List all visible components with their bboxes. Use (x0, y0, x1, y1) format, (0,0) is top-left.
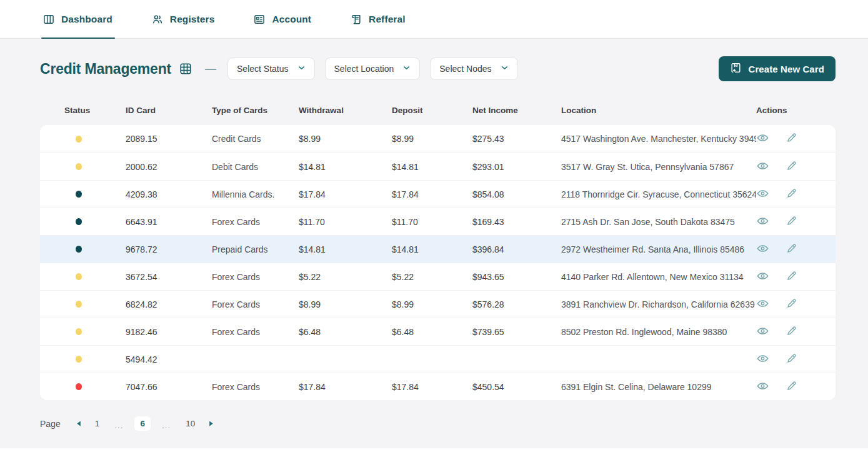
pagination-label: Page (40, 419, 61, 429)
edit-button[interactable] (786, 380, 797, 394)
type-of-cards-cell: Forex Cards (212, 217, 299, 227)
table-body: 2089.15 Credit Cards $8.99 $8.99 $275.43… (40, 125, 836, 400)
withdrawal-cell: $14.81 (299, 162, 392, 172)
next-page-arrow[interactable] (207, 420, 214, 427)
create-new-card-button[interactable]: Create New Card (719, 56, 836, 81)
table-row: 2089.15 Credit Cards $8.99 $8.99 $275.43… (40, 125, 836, 153)
pencil-icon (786, 298, 797, 311)
table-row: 7047.66 Forex Cards $17.84 $17.84 $450.5… (40, 373, 836, 400)
deposit-cell: $14.81 (392, 162, 472, 172)
edit-button[interactable] (786, 188, 797, 201)
credit-table: Status ID Card Type of Cards Withdrawal … (40, 95, 836, 400)
nav-tab-registers[interactable]: Registers (151, 0, 215, 38)
id-card-cell: 2000.62 (126, 162, 212, 172)
registers-icon (151, 13, 164, 26)
pencil-icon (786, 270, 797, 284)
status-dot (76, 218, 82, 225)
page-header: Credit Management — Select Status Select… (0, 39, 868, 95)
nav-tab-label: Registers (170, 14, 215, 25)
net-income-cell: $169.43 (472, 217, 561, 227)
select-nodes-dropdown[interactable]: Select Nodes (430, 58, 517, 80)
eye-icon (756, 269, 769, 284)
row-actions (756, 214, 836, 229)
view-button[interactable] (756, 131, 769, 146)
view-button[interactable] (756, 159, 769, 174)
pagination-page-6[interactable]: 6 (134, 416, 151, 431)
edit-button[interactable] (786, 353, 797, 366)
nav-tab-refferal[interactable]: Refferal (350, 0, 406, 38)
pagination-page-10[interactable]: 10 (182, 417, 199, 430)
eye-icon (756, 214, 769, 229)
pencil-icon (786, 353, 797, 366)
col-header-actions: Actions (756, 106, 836, 115)
view-button[interactable] (756, 214, 769, 229)
location-cell: 3517 W. Gray St. Utica, Pennsylvania 578… (561, 162, 756, 172)
view-button[interactable] (756, 379, 769, 394)
edit-button[interactable] (786, 160, 797, 174)
status-dot (76, 356, 82, 363)
select-status-dropdown[interactable]: Select Status (227, 58, 315, 80)
type-of-cards-cell: Forex Cards (212, 327, 299, 337)
deposit-cell: $11.70 (392, 217, 472, 227)
edit-button[interactable] (786, 132, 797, 146)
col-header-location: Location (561, 106, 756, 115)
withdrawal-cell: $6.48 (299, 327, 392, 337)
id-card-cell: 6824.82 (126, 299, 212, 309)
net-income-cell: $943.65 (472, 272, 561, 282)
row-actions (756, 242, 836, 257)
status-dot (76, 191, 82, 198)
col-header-status: Status (64, 106, 126, 115)
status-dot (76, 273, 82, 280)
view-button[interactable] (756, 242, 769, 257)
dashboard-icon (42, 13, 55, 26)
select-location-dropdown[interactable]: Select Location (325, 58, 421, 80)
chevron-down-icon (402, 64, 411, 74)
col-header-deposit: Deposit (392, 106, 472, 115)
withdrawal-cell: $14.81 (299, 244, 392, 254)
row-actions (756, 187, 836, 202)
chevron-down-icon (501, 64, 509, 74)
table-header-row: Status ID Card Type of Cards Withdrawal … (40, 95, 836, 125)
net-income-cell: $396.84 (472, 244, 561, 254)
eye-icon (756, 159, 769, 174)
view-button[interactable] (756, 187, 769, 202)
row-actions (756, 324, 836, 339)
prev-page-arrow[interactable] (76, 420, 82, 427)
net-income-cell: $450.54 (472, 382, 561, 392)
edit-button[interactable] (786, 270, 797, 284)
withdrawal-cell: $5.22 (299, 272, 392, 282)
withdrawal-cell: $8.99 (299, 299, 392, 309)
pencil-icon (786, 380, 797, 394)
chevron-down-icon (297, 64, 306, 74)
id-card-cell: 7047.66 (126, 382, 212, 392)
pagination-page-1[interactable]: 1 (91, 417, 104, 430)
location-cell: 2118 Thornridge Cir. Syracuse, Connectic… (561, 189, 756, 199)
view-button[interactable] (756, 297, 769, 312)
status-dot (76, 301, 82, 308)
id-card-cell: 6643.91 (126, 217, 212, 227)
status-dot (76, 136, 82, 143)
edit-button[interactable] (786, 215, 797, 229)
nav-tab-dashboard[interactable]: Dashboard (42, 0, 112, 38)
id-card-cell: 3672.54 (126, 272, 212, 282)
edit-button[interactable] (786, 298, 797, 311)
view-button[interactable] (756, 269, 769, 284)
table-row: 6824.82 Forex Cards $8.99 $8.99 $576.28 … (40, 290, 836, 318)
card-plus-icon (730, 62, 742, 76)
page-title: Credit Management (40, 61, 171, 78)
bottom-strip (0, 448, 868, 457)
col-header-id-card: ID Card (126, 106, 212, 115)
row-actions (756, 131, 836, 146)
type-of-cards-cell: Millennia Cards. (212, 189, 299, 199)
type-of-cards-cell: Debit Cards (212, 162, 299, 172)
table-row: 2000.62 Debit Cards $14.81 $14.81 $293.0… (40, 153, 836, 180)
view-button[interactable] (756, 352, 769, 367)
edit-button[interactable] (786, 325, 797, 339)
nav-tab-account[interactable]: Account (253, 0, 311, 38)
pencil-icon (786, 132, 797, 146)
eye-icon (756, 297, 769, 312)
nav-tab-label: Account (272, 14, 311, 25)
edit-button[interactable] (786, 243, 797, 256)
eye-icon (756, 324, 769, 339)
view-button[interactable] (756, 324, 769, 339)
